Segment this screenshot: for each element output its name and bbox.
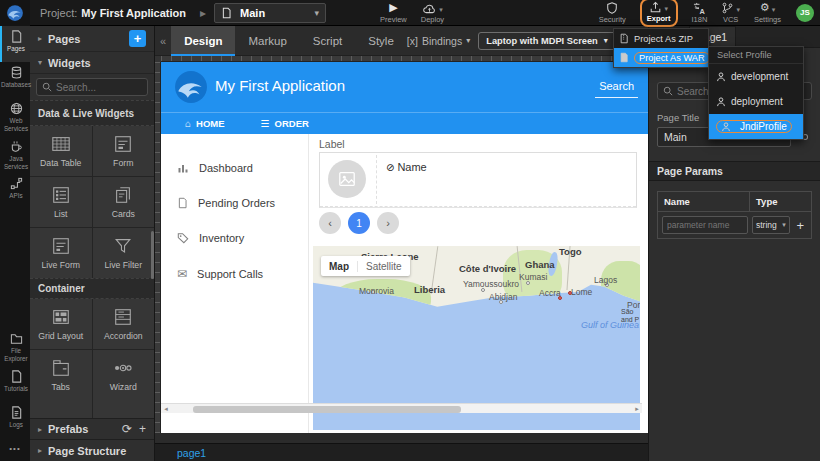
more-icon[interactable]: ••• [0, 438, 30, 461]
section-container: Container [30, 278, 154, 299]
export-icon [649, 1, 662, 13]
param-name-input[interactable] [662, 216, 748, 234]
chevron-down-icon: ▾ [782, 221, 786, 229]
rail-item-logs[interactable]: Logs [0, 402, 30, 438]
map-label: Monrovia [359, 286, 394, 296]
tab-script[interactable]: Script [300, 26, 355, 56]
menu-item-support-calls[interactable]: ✉ Support Calls [177, 267, 263, 281]
rail-item-file-explorer[interactable]: File Explorer [0, 328, 30, 366]
deploy-button[interactable]: ▾ Deploy [421, 2, 444, 24]
rail-item-databases[interactable]: Databases [0, 62, 30, 98]
section-data-live-widgets: Data & Live Widgets [30, 100, 154, 126]
refresh-icon[interactable]: ⟳ [122, 422, 132, 436]
tab-markup[interactable]: Markup [235, 26, 299, 56]
map-button[interactable]: Map [321, 261, 358, 272]
scroll-right-icon[interactable]: ▸ [632, 405, 642, 413]
project-name: My First Application [81, 7, 186, 19]
page-structure-section-header[interactable]: ▸ Page Structure [30, 439, 154, 461]
prefabs-section-header[interactable]: ▸ Prefabs ⟳ + [30, 418, 154, 439]
collapse-panel-icon[interactable]: « [155, 35, 171, 47]
widget-live-filter[interactable]: Live Filter [93, 228, 155, 278]
widget-data-table[interactable]: Data Table [30, 126, 92, 176]
user-avatar[interactable]: JS [796, 4, 814, 22]
i18n-button[interactable]: A I18N [692, 2, 708, 24]
list-item-row[interactable]: ⊘ Name [320, 153, 636, 207]
menu-item-project-as-zip[interactable]: Project As ZIP [614, 29, 708, 48]
menu-item-inventory[interactable]: Inventory [177, 232, 244, 244]
chevron-down-icon: ▾ [439, 6, 443, 14]
menu-item-dashboard[interactable]: Dashboard [177, 162, 253, 174]
tab-style[interactable]: Style [355, 26, 407, 56]
rail-item-tutorials[interactable]: Tutorials [0, 366, 30, 402]
database-icon [10, 66, 23, 79]
rail-item-web-services[interactable]: Web Services [0, 98, 30, 136]
export-button[interactable]: ▾ Export [640, 0, 678, 27]
widget-accordion[interactable]: Accordion [93, 299, 155, 349]
widget-tabs[interactable]: Tabs [30, 350, 92, 400]
add-prefab-icon[interactable]: + [139, 422, 146, 436]
pager-prev-button[interactable]: ‹ [319, 212, 341, 234]
pages-section-header[interactable]: ▸ Pages + [30, 26, 154, 52]
widget-partial-1[interactable] [30, 400, 92, 418]
app-search-link[interactable]: Search [599, 80, 634, 92]
bottom-tab-page1[interactable]: page1 [177, 447, 206, 459]
device-selector-dropdown[interactable]: Laptop with MDPI Screen ▾ [478, 32, 616, 50]
widget-search-input[interactable] [56, 82, 142, 93]
design-canvas[interactable]: My First Application Search ⌂ HOME ☰ ORD… [161, 62, 648, 433]
highlight-ring: Project As WAR [634, 52, 710, 64]
tab-design[interactable]: Design [171, 26, 235, 56]
page-icon [221, 7, 232, 19]
menu-item-project-as-war[interactable]: Project As WAR ▸ [614, 48, 708, 67]
preview-button[interactable]: ▶ Preview [380, 2, 407, 24]
chevron-down-icon: ▾ [315, 8, 320, 18]
person-icon [716, 72, 726, 82]
param-type-select[interactable]: string ▾ [752, 216, 790, 234]
profile-deployment[interactable]: deployment [709, 89, 803, 114]
wavemaker-logo[interactable] [0, 0, 30, 26]
widget-partial-2[interactable] [93, 400, 155, 418]
widget-grid-layout[interactable]: Grid Layout [30, 299, 92, 349]
security-button[interactable]: Security [599, 2, 626, 24]
widget-list[interactable]: List [30, 177, 92, 227]
rail-item-pages[interactable]: Pages [0, 26, 30, 62]
label-widget[interactable]: Label [319, 138, 345, 150]
page-selector-dropdown[interactable]: Main ▾ [214, 3, 326, 23]
list-widget[interactable]: ⊘ Name [319, 152, 637, 208]
scroll-left-icon[interactable]: ◂ [161, 405, 171, 413]
page-params-table: Name Type string ▾ + [657, 191, 812, 239]
widget-live-form[interactable]: Live Form [30, 228, 92, 278]
widgets-section-header[interactable]: ▾ Widgets [30, 52, 154, 74]
accordion-icon [112, 307, 134, 327]
bindings-button[interactable]: [x] Bindings ▾ [407, 35, 470, 47]
select-profile-submenu: Select Profile development deployment Jn… [708, 46, 804, 140]
nav-order[interactable]: ☰ ORDER [261, 118, 309, 129]
widget-form[interactable]: Form [93, 126, 155, 176]
menu-item-pending-orders[interactable]: Pending Orders [177, 197, 275, 209]
rail-item-apis[interactable]: APIs [0, 173, 30, 209]
vcs-button[interactable]: ▾ VCS [721, 2, 740, 24]
map-label: and P [621, 316, 639, 323]
add-page-button[interactable]: + [129, 30, 146, 47]
settings-button[interactable]: ⚙ ▾ Settings [754, 2, 781, 24]
document-icon [177, 197, 188, 209]
widget-cards[interactable]: Cards [93, 177, 155, 227]
panel-scrollbar[interactable] [151, 231, 154, 279]
data-table-icon [50, 134, 72, 154]
app-left-menu: Dashboard Pending Orders Inventory ✉ Sup… [161, 134, 309, 433]
canvas-toolbar: « Design Markup Script Style [x] Binding… [155, 26, 648, 56]
pager-next-button[interactable]: › [377, 212, 399, 234]
scrollbar-thumb[interactable] [193, 406, 461, 413]
rail-item-java-services[interactable]: Java Services [0, 136, 30, 174]
widget-wizard[interactable]: Wizard [93, 350, 155, 400]
pager-page-1[interactable]: 1 [348, 212, 370, 234]
app-header: My First Application Search [161, 62, 648, 112]
list-item-name: ⊘ Name [386, 161, 427, 173]
logs-icon [10, 406, 23, 419]
profile-jndiprofile[interactable]: JndiProfile [709, 114, 803, 139]
profile-development[interactable]: development [709, 64, 803, 89]
horizontal-scrollbar[interactable]: ◂ ▸ [161, 403, 642, 413]
satellite-button[interactable]: Satellite [358, 261, 410, 272]
app-logo [174, 70, 208, 104]
nav-home[interactable]: ⌂ HOME [185, 118, 225, 129]
add-param-button[interactable]: + [794, 218, 807, 233]
